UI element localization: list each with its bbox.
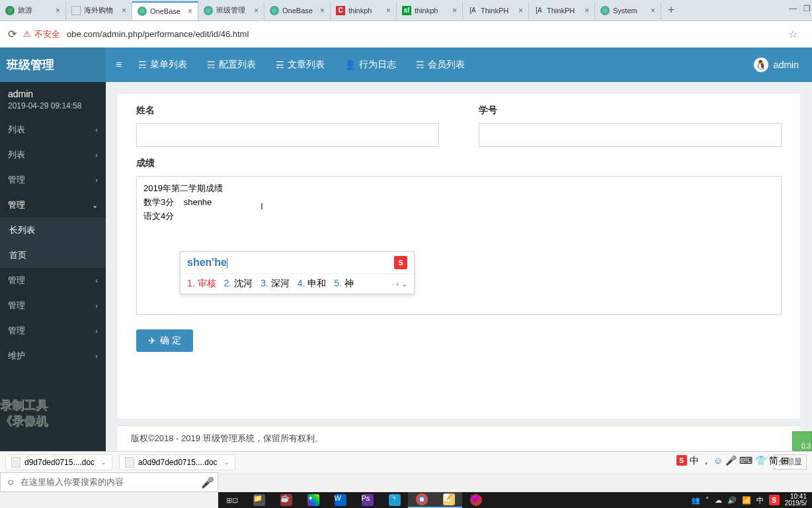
nav-member-list[interactable]: ☴会员列表 [416,59,465,71]
sidebar-item-7[interactable]: 维护‹ [0,343,106,368]
text-cursor-icon: I [261,201,263,212]
nav-config-list[interactable]: ☴配置列表 [207,59,256,71]
tab-2-active[interactable]: OneBase× [132,1,198,20]
tab-8[interactable]: [AThinkPH× [529,1,595,20]
maximize-icon[interactable]: ❐ [803,4,811,13]
tab-3[interactable]: 班级管理× [198,1,264,20]
app-icon [138,7,147,16]
sidebar-item-5[interactable]: 管理‹ [0,293,106,318]
tab-0[interactable]: 旅游× [0,1,66,20]
close-icon[interactable]: × [452,6,457,15]
tab-title: thinkph [415,7,449,15]
warning-icon: ⚠ [23,29,31,39]
next-icon[interactable]: › [396,280,399,288]
ime-status-tray[interactable]: S 中 ， ☺ 🎤 ⌨ 👕 简 ⊞ [676,455,789,467]
chevron-down-icon[interactable]: ⌄ [224,459,229,466]
sidebar-sub-0[interactable]: 长列表 [0,218,106,243]
username-label: admin [774,60,799,70]
wifi-icon[interactable]: 📶 [742,496,751,505]
app-icon [204,6,213,15]
ime-candidate-4[interactable]: 4. 申和 [298,278,327,290]
nav-label: 配置列表 [219,59,256,71]
close-icon[interactable]: × [254,6,259,15]
taskbar-chrome[interactable] [408,492,435,508]
security-indicator[interactable]: ⚠不安全 [23,28,60,40]
mic-icon[interactable]: 🎤 [198,476,218,489]
task-view-icon[interactable]: ⊞⊡ [218,492,245,508]
new-tab-button[interactable]: + [661,3,681,17]
submit-button[interactable]: ✈确 定 [136,329,193,352]
sogou-tray-icon[interactable]: S [769,495,780,505]
taskbar-clock[interactable]: 10:41 2019/5/ [785,493,807,507]
tab-6[interactable]: sfthinkph× [397,1,463,20]
sidebar-item-2[interactable]: 管理‹ [0,167,106,192]
close-icon[interactable]: × [320,6,325,15]
sidebar-label: 管理 [8,325,25,337]
chevron-down-icon[interactable]: ⌄ [101,459,106,466]
sidebar-item-6[interactable]: 管理‹ [0,318,106,343]
corner-widget[interactable]: 0.3 [792,431,812,451]
tab-5[interactable]: Cthinkph× [331,1,397,20]
sidebar-item-3[interactable]: 管理⌄ [0,192,106,218]
volume-icon[interactable]: 🔊 [727,496,737,505]
close-icon[interactable]: × [651,6,655,15]
name-input[interactable] [136,123,439,147]
tray-up-icon[interactable]: ˄ [706,496,710,505]
reload-icon[interactable]: ⟳ [8,28,17,40]
sidebar-timestamp: 2019-04-29 09:14:58 [8,101,98,110]
taskbar-app[interactable]: 😈 [462,492,489,508]
windows-search[interactable]: ○ 在这里输入你要搜索的内容 🎤 [0,472,218,492]
sidebar-item-0[interactable]: 列表‹ [0,117,106,142]
taskbar-app[interactable]: 📝 [435,492,462,508]
lang-indicator[interactable]: 中 [756,495,764,505]
cloud-icon[interactable]: ☁ [715,496,722,505]
expand-icon[interactable]: ⌄ [401,280,407,288]
tab-1[interactable]: 海外购物× [66,1,132,20]
window-controls: — ❐ [789,4,811,13]
tab-4[interactable]: OneBase× [264,1,331,20]
taskbar-app[interactable]: Ps [354,492,381,508]
insecure-label: 不安全 [34,28,60,40]
tab-7[interactable]: [AThinkPH× [463,1,529,20]
url-field[interactable]: obe.com/admin.php/performance/edit/id/46… [67,29,782,39]
ime-candidate-1[interactable]: 1. 审核 [187,278,216,290]
user-menu[interactable]: 🐧 admin [754,58,812,72]
nav-action-log[interactable]: 👤行为日志 [345,59,396,71]
close-icon[interactable]: × [386,6,391,15]
download-item-1[interactable]: d9d7ded0715....doc⌄ [5,454,112,470]
close-icon[interactable]: × [122,6,126,15]
chevron-left-icon: ‹ [95,276,98,284]
menu-toggle-icon[interactable]: ≡ [106,59,132,71]
send-icon: ✈ [148,335,156,346]
download-item-2[interactable]: a0d9d7ded0715....doc⌄ [119,454,235,470]
sidebar-item-4[interactable]: 管理‹ [0,268,106,293]
tab-title: OneBase [282,7,317,15]
ime-candidate-5[interactable]: 5. 神 [334,278,354,290]
ime-candidate-2[interactable]: 2. 沈河 [224,278,253,290]
sidebar-item-1[interactable]: 列表‹ [0,142,106,167]
bookmark-star-icon[interactable]: ☆ [788,28,797,40]
footer: 版权©2018 - 2019 班级管理系统，保留所有权利。 [118,425,800,451]
taskbar-app[interactable]: 📁 [245,492,272,508]
close-icon[interactable]: × [585,6,589,15]
taskbar-app[interactable]: W [327,492,354,508]
app-icon [600,6,610,15]
nav-article-list[interactable]: ☴文章列表 [276,59,325,71]
taskbar-app[interactable]: ☕ [272,492,300,508]
prev-icon[interactable]: ‹ [391,280,394,288]
minimize-icon[interactable]: — [789,4,797,13]
taskbar-app[interactable]: ✦ [300,492,327,508]
ime-candidate-3[interactable]: 3. 深河 [261,278,290,290]
close-icon[interactable]: × [518,6,523,15]
app-icon [270,6,279,15]
taskbar-app[interactable]: 🐬 [381,492,408,508]
close-icon[interactable]: × [56,6,60,15]
tab-9[interactable]: System× [595,1,661,20]
people-icon[interactable]: 👥 [691,496,700,505]
file-icon [125,457,134,468]
logo[interactable]: 班级管理 [0,48,106,82]
close-icon[interactable]: × [188,7,192,16]
number-input[interactable] [479,123,782,147]
sidebar-sub-1[interactable]: 首页 [0,243,106,268]
nav-menu-list[interactable]: ☴菜单列表 [138,59,187,71]
